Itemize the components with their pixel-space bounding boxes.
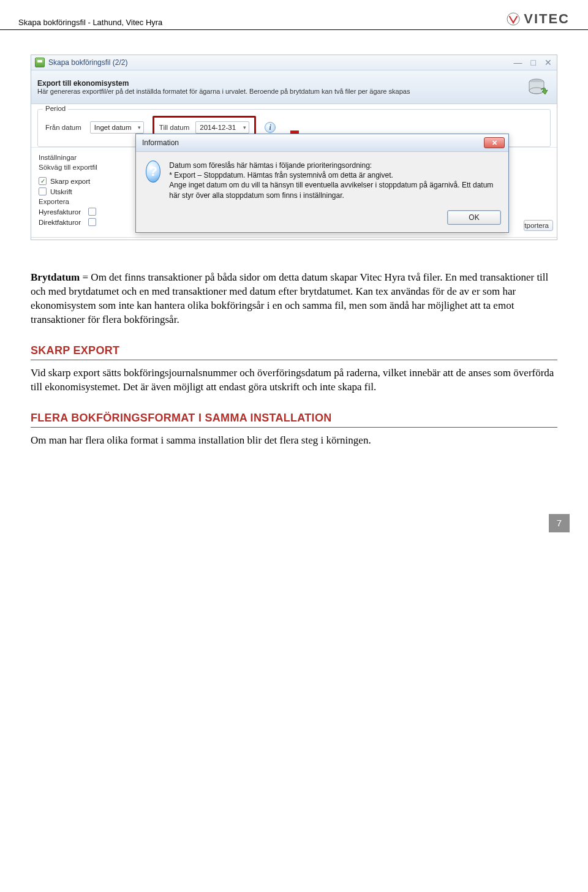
info-icon[interactable]: i [265,122,276,133]
brytdatum-definition: = Om det finns transaktioner på båda sid… [31,271,548,325]
vitec-logo-icon [507,12,520,26]
partially-hidden-button[interactable]: tportera [524,220,553,231]
close-icon: ✕ [492,139,497,147]
window-titlebar: Skapa bokföringsfil (2/2) — □ ✕ [31,55,557,70]
section-header: Export till ekonomisystem Här genereras … [31,70,557,104]
to-date-dropdown[interactable]: 2014-12-31 ▾ [195,121,249,134]
section-subtitle: Här genereras exportfil/er på det instäl… [37,88,518,95]
brand: VITEC [507,11,570,27]
brand-text: VITEC [524,11,570,27]
period-legend: Period [43,105,68,112]
checkbox-unchecked-icon [39,187,47,195]
brytdatum-term: Brytdatum [31,271,80,283]
maximize-icon[interactable]: □ [531,58,536,67]
from-date-dropdown[interactable]: Inget datum ▾ [90,121,144,134]
checkbox-checked-icon: ✓ [39,177,47,185]
from-date-value: Inget datum [94,124,132,131]
paragraph-brytdatum: Brytdatum = Om det finns transaktioner p… [31,271,557,327]
skarp-export-label: Skarp export [50,178,90,185]
information-modal: Information ✕ ? Datum som föreslås här h… [135,134,509,233]
ok-button[interactable]: OK [447,210,501,225]
modal-title: Information [142,138,484,147]
doc-title: Skapa bokföringsfil - Lathund, Vitec Hyr… [18,18,162,27]
page-footer: 7 [0,477,588,551]
heading-skarp-export: SKARP EXPORT [31,344,557,360]
hyresfakturor-label: Hyresfakturor [39,208,81,216]
to-date-label: Till datum [159,124,189,131]
minimize-icon[interactable]: — [514,58,522,67]
direktfakturor-label: Direktfakturor [39,219,81,226]
chevron-down-icon: ▾ [138,124,141,130]
question-icon: ? [146,161,160,183]
app-icon [35,58,45,67]
page-header: Skapa bokföringsfil - Lathund, Vitec Hyr… [0,0,588,30]
page-number: 7 [549,514,570,532]
section-heading: Export till ekonomisystem [37,79,518,88]
heading-flera-format: FLERA BOKFÖRINGSFORMAT I SAMMA INSTALLAT… [31,412,557,428]
close-icon[interactable]: ✕ [545,58,552,67]
chevron-down-icon: ▾ [243,124,246,130]
paragraph-skarp-export: Vid skarp export sätts bokföringsjournal… [31,366,557,395]
utskrift-label: Utskrift [50,188,72,195]
checkbox-icon [88,208,96,216]
app-window: Skapa bokföringsfil (2/2) — □ ✕ Export t… [31,55,557,240]
database-export-icon [525,74,551,100]
window-title: Skapa bokföringsfil (2/2) [48,58,510,67]
checkbox-icon [88,218,96,226]
to-date-value: 2014-12-31 [200,124,236,131]
from-date-label: Från datum [45,124,81,131]
modal-close-button[interactable]: ✕ [484,137,505,148]
paragraph-flera-format: Om man har flera olika format i samma in… [31,434,557,448]
modal-titlebar: Information ✕ [136,134,508,152]
modal-body-text: Datum som föreslås här hämtas i följande… [169,161,499,200]
